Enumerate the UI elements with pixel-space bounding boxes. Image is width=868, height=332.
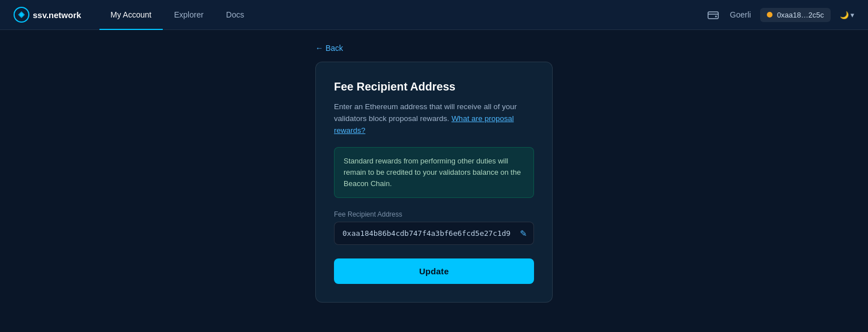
svg-rect-2 — [708, 12, 718, 19]
field-wrapper: ✎ — [334, 222, 534, 245]
theme-toggle[interactable]: 🌙 ▾ — [840, 11, 854, 19]
logo-text: ssv.network — [33, 10, 81, 20]
logo[interactable]: ssv.network — [14, 7, 81, 23]
card-title: Fee Recipient Address — [334, 80, 534, 93]
fee-recipient-card: Fee Recipient Address Enter an Ethereum … — [315, 62, 553, 303]
wallet-icon[interactable] — [705, 7, 721, 23]
address-dot — [767, 12, 772, 18]
card-description: Enter an Ethereum address that will rece… — [334, 101, 534, 137]
update-button[interactable]: Update — [334, 258, 534, 284]
edit-icon[interactable]: ✎ — [520, 228, 527, 239]
info-box: Standard rewards from performing other d… — [334, 147, 534, 198]
svg-point-1 — [20, 13, 23, 16]
moon-icon: 🌙 — [840, 11, 849, 19]
nav-link-my-account[interactable]: My Account — [99, 0, 163, 30]
main-content: ← Back Fee Recipient Address Enter an Et… — [0, 30, 868, 303]
back-link[interactable]: ← Back — [315, 44, 553, 53]
network-label[interactable]: Goerli — [730, 10, 751, 19]
fee-recipient-input[interactable] — [334, 222, 534, 245]
field-label: Fee Recipient Address — [334, 210, 534, 218]
nav-link-explorer[interactable]: Explorer — [163, 0, 215, 30]
info-box-text: Standard rewards from performing other d… — [344, 156, 524, 189]
chevron-down-icon: ▾ — [850, 11, 854, 19]
navbar: ssv.network My Account Explorer Docs Goe… — [0, 0, 868, 30]
nav-right: Goerli 0xaa18…2c5c 🌙 ▾ — [705, 7, 854, 23]
nav-links: My Account Explorer Docs — [99, 0, 705, 30]
nav-link-docs[interactable]: Docs — [215, 0, 255, 30]
svg-point-3 — [715, 16, 717, 18]
address-text: 0xaa18…2c5c — [777, 11, 824, 19]
address-badge[interactable]: 0xaa18…2c5c — [760, 8, 831, 22]
